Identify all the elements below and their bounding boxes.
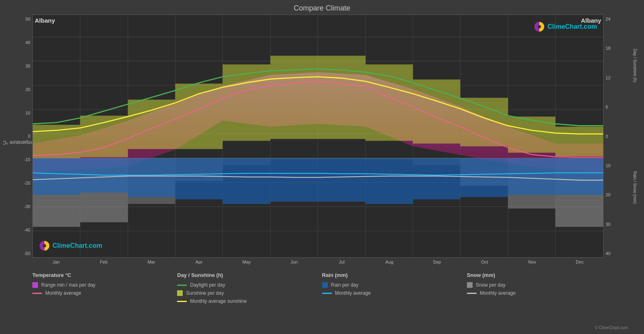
x-tick-nov: Nov	[509, 258, 556, 268]
svg-rect-39	[555, 127, 603, 156]
main-container: Compare Climate Temperature °C 50 40 30 …	[0, 0, 644, 334]
chart-area: Temperature °C 50 40 30 20 10 0 -10 -20 …	[8, 15, 636, 258]
y-axis-right: 24 18 12 6 0 10 20 30 40 Day / Sunshine …	[604, 15, 636, 258]
y-axis-right-rain-label: Rain / Snow (mm)	[633, 171, 637, 204]
watermark-bottom: ClimeChart.com	[39, 240, 102, 251]
x-tick-apr: Apr	[175, 258, 223, 268]
legend-label-sunshine-box: Sunshine per day	[186, 290, 224, 296]
x-tick-jan: Jan	[32, 258, 80, 268]
legend-section-rain: Rain (mm) Rain per day Monthly average	[322, 272, 467, 323]
svg-rect-36	[413, 79, 460, 143]
svg-rect-33	[270, 56, 318, 139]
climechart-icon-bottom	[39, 240, 50, 251]
x-tick-sep: Sep	[413, 258, 461, 268]
svg-rect-63	[555, 158, 603, 195]
legend-label-temp-range: Range min / max per day	[41, 282, 95, 288]
legend-line-sunshine-avg	[177, 301, 187, 302]
legend-line-snow-avg	[467, 293, 477, 294]
chart-svg	[33, 15, 603, 257]
svg-point-1	[538, 25, 541, 28]
legend-label-daylight: Daylight per day	[190, 282, 225, 288]
svg-rect-30	[128, 100, 175, 149]
legend-section-sunshine: Day / Sunshine (h) Daylight per day Suns…	[177, 272, 322, 323]
x-tick-dec: Dec	[556, 258, 604, 268]
watermark-top: ClimeChart.com	[534, 21, 597, 32]
x-tick-jun: Jun	[270, 258, 318, 268]
watermark-text-top: ClimeChart.com	[547, 23, 597, 30]
legend-item-rain-avg: Monthly average	[322, 290, 467, 296]
x-tick-feb: Feb	[80, 258, 128, 268]
svg-rect-56	[223, 158, 270, 204]
svg-rect-60	[413, 158, 460, 200]
legend-item-sunshine-box: Sunshine per day	[177, 290, 322, 296]
legend-title-snow: Snow (mm)	[467, 272, 612, 278]
legend-item-snow-box: Snow per day	[467, 282, 612, 288]
x-tick-may: May	[223, 258, 270, 268]
legend-box-sunshine	[177, 290, 183, 296]
legend-item-daylight: Daylight per day	[177, 282, 322, 288]
legend-label-rain-avg: Monthly average	[335, 290, 371, 296]
legend-item-sunshine-avg: Monthly average sunshine	[177, 298, 322, 304]
legend-area: Temperature °C Range min / max per day M…	[8, 268, 636, 325]
legend-label-sunshine-avg: Monthly average sunshine	[190, 298, 247, 304]
legend-box-snow	[467, 282, 473, 288]
legend-line-rain-avg	[322, 293, 332, 294]
copyright: © ClimeChart.com	[8, 325, 636, 330]
legend-line-daylight	[177, 285, 187, 286]
legend-title-sunshine: Day / Sunshine (h)	[177, 272, 322, 278]
location-label-left: Albany	[35, 17, 55, 24]
svg-rect-57	[270, 158, 318, 202]
legend-item-temp-range: Range min / max per day	[32, 282, 177, 288]
legend-title-temperature: Temperature °C	[32, 272, 177, 278]
svg-rect-37	[460, 98, 508, 147]
x-axis: Jan Feb Mar Apr May Jun Jul Aug Sep Oct …	[32, 258, 604, 268]
svg-rect-52	[33, 158, 80, 195]
chart-title: Compare Climate	[8, 4, 636, 13]
legend-section-temperature: Temperature °C Range min / max per day M…	[32, 272, 177, 323]
y-axis-left-label: Temperature °C	[3, 140, 37, 145]
watermark-text-bottom: ClimeChart.com	[53, 242, 102, 249]
legend-label-rain-box: Rain per day	[331, 282, 359, 288]
legend-section-snow: Snow (mm) Snow per day Monthly average	[467, 272, 612, 323]
legend-box-temp-range	[32, 282, 38, 288]
legend-label-snow-box: Snow per day	[476, 282, 505, 288]
svg-point-3	[43, 244, 46, 247]
svg-rect-55	[175, 158, 223, 200]
legend-label-snow-avg: Monthly average	[480, 290, 516, 296]
svg-rect-54	[128, 158, 175, 197]
legend-line-temp-avg	[32, 293, 42, 294]
climechart-icon-top	[534, 21, 545, 32]
svg-rect-58	[318, 158, 365, 202]
svg-rect-59	[365, 158, 413, 204]
svg-rect-38	[508, 117, 555, 153]
x-tick-oct: Oct	[461, 258, 509, 268]
legend-title-rain: Rain (mm)	[322, 272, 467, 278]
y-axis-right-sunshine-label: Day / Sunshine (h)	[633, 49, 637, 83]
x-tick-aug: Aug	[365, 258, 413, 268]
x-tick-jul: Jul	[318, 258, 366, 268]
chart-main: Albany Albany ClimeChart.com	[32, 15, 604, 258]
legend-label-temp-avg: Monthly average	[45, 290, 81, 296]
legend-item-rain-box: Rain per day	[322, 282, 467, 288]
svg-rect-34	[318, 56, 365, 139]
y-axis-left: Temperature °C 50 40 30 20 10 0 -10 -20 …	[8, 15, 32, 258]
legend-item-temp-avg: Monthly average	[32, 290, 177, 296]
legend-item-snow-avg: Monthly average	[467, 290, 612, 296]
svg-rect-62	[508, 158, 555, 195]
legend-box-rain	[322, 282, 328, 288]
x-tick-mar: Mar	[128, 258, 175, 268]
